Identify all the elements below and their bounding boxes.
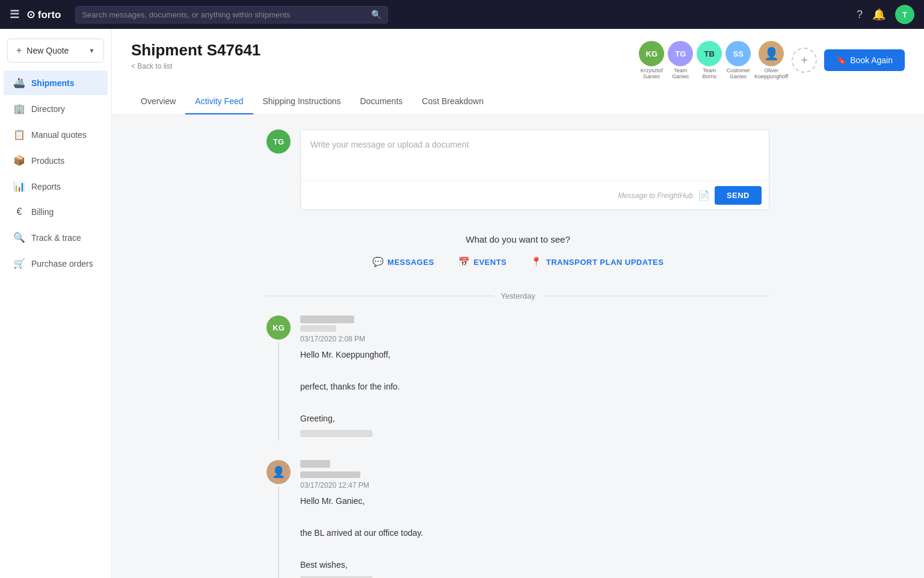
sidebar: + New Quote ▼ 🚢 Shipments 🏢 Directory 📋 …	[0, 29, 112, 578]
tab-activity-feed[interactable]: Activity Feed	[185, 89, 253, 114]
filter-messages-button[interactable]: 💬 MESSAGES	[368, 253, 439, 271]
tab-documents[interactable]: Documents	[350, 89, 412, 114]
products-icon: 📦	[13, 155, 25, 166]
avatar-kg[interactable]: KG	[639, 41, 664, 66]
search-bar[interactable]: 🔍	[75, 6, 388, 23]
message-composer: TG Message to FreightHub 📄 SEND	[266, 129, 769, 210]
avatar-wrapper-kg: KG KrzysztofGaniec	[639, 41, 664, 79]
sidebar-item-reports-label: Reports	[31, 182, 61, 191]
sidebar-item-purchase-orders-label: Purchase orders	[31, 259, 93, 269]
avatar-kg-label: KrzysztofGaniec	[641, 67, 663, 79]
page-header-top: Shipment S47641 < Back to list KG Krzysz…	[131, 41, 905, 79]
avatar-tb[interactable]: TB	[697, 41, 722, 66]
thread-avatar-photo-2: 👤	[266, 460, 291, 484]
events-filter-icon: 📅	[458, 256, 470, 267]
thread-line-2	[278, 486, 279, 578]
messages-filter-icon: 💬	[372, 256, 384, 267]
sender-name-1-blurred	[300, 315, 354, 323]
track-trace-icon: 🔍	[13, 232, 25, 243]
directory-icon: 🏢	[13, 103, 25, 114]
avatar-add-button[interactable]: +	[792, 48, 817, 73]
purchase-orders-icon: 🛒	[13, 258, 25, 269]
back-to-list-link[interactable]: < Back to list	[131, 62, 260, 70]
avatar-wrapper-ss: SS CustomerGaniec	[725, 41, 751, 79]
shipments-icon: 🚢	[13, 77, 25, 89]
tab-cost-breakdown[interactable]: Cost Breakdown	[412, 89, 493, 114]
thread-sender-1: 03/17/2020 2:08 PM	[300, 315, 769, 343]
filter-section: What do you want to see? 💬 MESSAGES 📅 EV…	[266, 234, 769, 271]
sender-sub-2-blurred	[300, 471, 360, 478]
avatar-wrapper-photo: 👤 OliverKoeppunghoff	[754, 41, 788, 79]
thread-content-2: 03/17/2020 12:47 PM Hello Mr. Ganiec, th…	[300, 460, 769, 578]
avatar-tg[interactable]: TG	[668, 41, 693, 66]
main-layout: + New Quote ▼ 🚢 Shipments 🏢 Directory 📋 …	[0, 29, 924, 578]
sidebar-item-reports[interactable]: 📊 Reports	[4, 174, 108, 199]
book-again-icon: 🔖	[836, 55, 846, 65]
transport-filter-label: TRANSPORT PLAN UPDATES	[546, 258, 664, 267]
message-input[interactable]	[301, 130, 769, 178]
dropdown-arrow-icon: ▼	[88, 47, 95, 54]
app-logo[interactable]: ☰ ⊙ forto	[10, 8, 61, 21]
attach-icon[interactable]: 📄	[698, 190, 710, 201]
sig-1-blurred	[300, 430, 372, 437]
content-area: Shipment S47641 < Back to list KG Krzysz…	[112, 29, 924, 578]
search-icon: 🔍	[371, 10, 381, 19]
day-separator-text: Yesterday	[493, 291, 542, 300]
thread-line-1	[278, 342, 279, 441]
avatar-wrapper-tg: TG TeamGaniec	[668, 41, 693, 79]
message-thread-1: KG 03/17/2020 2:08 PM Hello Mr. Koeppung…	[266, 315, 769, 441]
sidebar-item-products[interactable]: 📦 Products	[4, 148, 108, 173]
help-icon[interactable]: ?	[857, 8, 863, 21]
sidebar-item-track-trace[interactable]: 🔍 Track & trace	[4, 225, 108, 250]
sidebar-item-billing-label: Billing	[31, 207, 54, 217]
composer-box: Message to FreightHub 📄 SEND	[300, 129, 769, 210]
sender-sub-1-blurred	[300, 325, 336, 332]
message-thread-2: 👤 03/17/2020 12:47 PM Hello Mr. Ganiec, …	[266, 460, 769, 578]
page-header: Shipment S47641 < Back to list KG Krzysz…	[112, 29, 924, 115]
filter-buttons: 💬 MESSAGES 📅 EVENTS 📍 TRANSPORT PLAN UPD…	[266, 253, 769, 271]
sidebar-item-directory-label: Directory	[31, 104, 65, 114]
filter-events-button[interactable]: 📅 EVENTS	[454, 253, 512, 271]
avatar-wrapper-tb: TB TeamBorns	[697, 41, 722, 79]
plus-icon: +	[16, 45, 22, 56]
sender-name-2-blurred	[300, 460, 330, 468]
filter-question: What do you want to see?	[266, 234, 769, 244]
user-avatar[interactable]: T	[895, 5, 914, 24]
sidebar-item-manual-quotes-label: Manual quotes	[31, 130, 87, 140]
sidebar-item-shipments-label: Shipments	[31, 78, 75, 88]
billing-icon: €	[13, 207, 25, 217]
topnav-right: ? 🔔 T	[857, 5, 914, 24]
message-text-2: Hello Mr. Ganiec, the BL arrived at our …	[300, 494, 769, 578]
thread-avatar-kg: KG	[266, 315, 291, 340]
tab-overview[interactable]: Overview	[131, 89, 185, 114]
search-input[interactable]	[82, 7, 366, 23]
avatar-tb-label: TeamBorns	[703, 67, 717, 79]
sidebar-item-billing[interactable]: € Billing	[4, 200, 108, 224]
messages-filter-label: MESSAGES	[387, 258, 434, 267]
composer-avatar: TG	[266, 129, 291, 154]
thread-avatar-col-2: 👤	[266, 460, 291, 578]
sidebar-item-manual-quotes[interactable]: 📋 Manual quotes	[4, 122, 108, 147]
avatar-tg-label: TeamGaniec	[672, 67, 689, 79]
notifications-icon[interactable]: 🔔	[872, 8, 886, 21]
avatar-photo[interactable]: 👤	[759, 41, 784, 66]
events-filter-label: EVENTS	[473, 258, 507, 267]
reports-icon: 📊	[13, 181, 25, 192]
avatar-ss-label: CustomerGaniec	[727, 67, 750, 79]
new-quote-button[interactable]: + New Quote ▼	[7, 39, 104, 63]
sidebar-item-track-trace-label: Track & trace	[31, 233, 81, 243]
tab-shipping-instructions[interactable]: Shipping Instructions	[253, 89, 351, 114]
book-again-button[interactable]: 🔖 Book Again	[824, 49, 905, 71]
composer-footer: Message to FreightHub 📄 SEND	[301, 181, 769, 210]
sidebar-item-shipments[interactable]: 🚢 Shipments	[4, 70, 108, 95]
filter-transport-button[interactable]: 📍 TRANSPORT PLAN UPDATES	[526, 253, 668, 271]
sidebar-item-directory[interactable]: 🏢 Directory	[4, 96, 108, 121]
activity-feed-content: TG Message to FreightHub 📄 SEND What do …	[247, 115, 789, 578]
message-text-1: Hello Mr. Koeppunghoff, perfect, thanks …	[300, 348, 769, 441]
send-button[interactable]: SEND	[715, 186, 762, 205]
hamburger-icon[interactable]: ☰	[10, 8, 19, 21]
avatar-ss[interactable]: SS	[725, 41, 751, 66]
sidebar-item-purchase-orders[interactable]: 🛒 Purchase orders	[4, 251, 108, 276]
title-group: Shipment S47641 < Back to list	[131, 41, 260, 70]
composer-footer-text: Message to FreightHub	[618, 191, 693, 200]
